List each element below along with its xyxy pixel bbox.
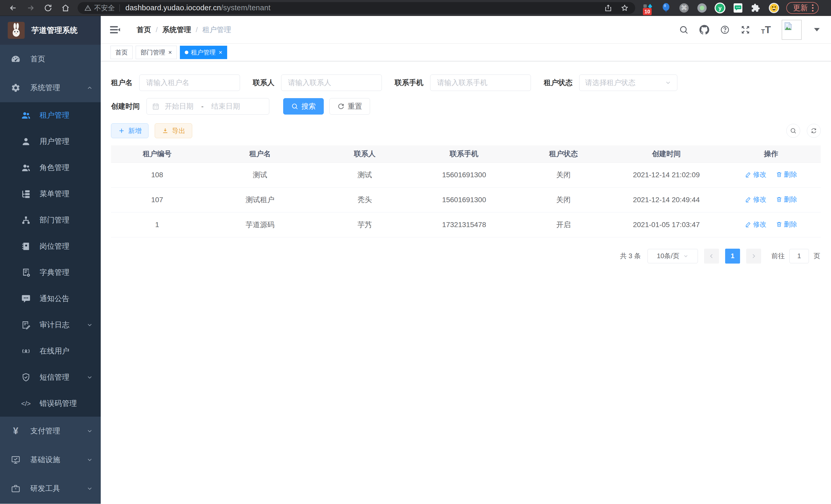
app-logo-row[interactable]: 芋道管理系统	[0, 16, 101, 45]
edit-link[interactable]: 修改	[745, 195, 767, 204]
tab-tenant[interactable]: 租户管理 ×	[180, 46, 227, 59]
extension-y-icon[interactable]: y	[714, 2, 726, 13]
search-button[interactable]: 搜索	[283, 98, 324, 115]
sidebar-item-dict[interactable]: 字典管理	[0, 260, 101, 286]
browser-address-bar[interactable]: 不安全 dashboard.yudao.iocoder.cn/system/te…	[78, 2, 635, 14]
sidebar-item-home[interactable]: 首页	[0, 45, 101, 73]
sidebar-item-post[interactable]: 岗位管理	[0, 233, 101, 260]
edit-link[interactable]: 修改	[745, 220, 767, 229]
status-select[interactable]: 请选择租户状态	[579, 75, 677, 91]
sidebar-item-payment[interactable]: ¥ 支付管理	[0, 417, 101, 445]
browser-menu-icon[interactable]	[812, 4, 813, 11]
sidebar-item-role[interactable]: 角色管理	[0, 155, 101, 181]
browser-update-button[interactable]: 更新	[786, 2, 819, 14]
breadcrumb-home[interactable]: 首页	[137, 25, 151, 35]
browser-forward-icon[interactable]	[26, 4, 35, 12]
tab-active-dot	[185, 51, 188, 54]
sidebar-item-menu[interactable]: 菜单管理	[0, 181, 101, 207]
page-url[interactable]: dashboard.yudao.iocoder.cn/system/tenant	[125, 4, 270, 12]
broken-image-icon	[783, 21, 793, 31]
sidebar-item-label: 基础设施	[30, 455, 60, 465]
sidebar-item-tenant[interactable]: 租户管理	[0, 102, 101, 128]
not-secure-label[interactable]: 不安全	[94, 3, 115, 12]
delete-link[interactable]: 删除	[776, 170, 797, 179]
show-search-toggle-button[interactable]	[786, 124, 800, 138]
sidebar-item-infrastructure[interactable]: 基础设施	[0, 445, 101, 474]
column-header-tenant-id: 租户编号	[111, 145, 203, 162]
svg-text:y: y	[718, 5, 722, 11]
font-size-icon[interactable]: TT	[761, 25, 771, 35]
share-icon[interactable]	[604, 4, 612, 12]
browser-reload-icon[interactable]	[44, 4, 52, 12]
refresh-table-button[interactable]	[807, 124, 821, 138]
extension-badge: 10	[643, 8, 652, 15]
sidebar-item-sms[interactable]: 短信管理	[0, 364, 101, 390]
extension-command-icon[interactable]: ⌘	[678, 2, 690, 13]
tab-dept[interactable]: 部门管理 ×	[136, 46, 177, 59]
breadcrumb-system[interactable]: 系统管理	[163, 25, 191, 35]
extension-balloon-icon[interactable]	[660, 2, 672, 13]
breadcrumb-separator: /	[196, 26, 198, 34]
chevron-down-icon	[683, 253, 689, 259]
github-icon[interactable]	[699, 25, 709, 35]
extension-chat-icon[interactable]	[732, 2, 744, 13]
browser-chrome: 不安全 dashboard.yudao.iocoder.cn/system/te…	[0, 0, 831, 16]
date-separator: -	[201, 102, 203, 111]
pagination-total: 共 3 条	[620, 251, 641, 261]
extension-recorder-icon[interactable]	[696, 2, 708, 13]
profile-avatar-icon[interactable]	[768, 2, 780, 13]
screen: 不安全 dashboard.yudao.iocoder.cn/system/te…	[0, 0, 831, 504]
edit-link[interactable]: 修改	[745, 170, 767, 179]
create-time-range-picker[interactable]: 开始日期 - 结束日期	[146, 98, 269, 115]
close-tab-icon[interactable]: ×	[168, 49, 172, 56]
browser-back-icon[interactable]	[9, 4, 18, 12]
help-icon[interactable]	[720, 25, 730, 35]
org-chart-icon	[21, 215, 31, 225]
table-row: 107 测试租户 秃头 15601691300 关闭 2021-12-14 20…	[111, 187, 821, 212]
omnibox-divider	[119, 4, 120, 11]
page-unit-label: 页	[813, 251, 820, 261]
contact-input[interactable]	[281, 75, 382, 91]
next-page-button[interactable]	[746, 249, 761, 264]
search-icon[interactable]	[679, 25, 689, 35]
breadcrumb: 首页 / 系统管理 / 租户管理	[137, 25, 231, 35]
hamburger-icon[interactable]	[109, 24, 121, 36]
extensions-puzzle-icon[interactable]	[750, 2, 762, 13]
tab-home[interactable]: 首页	[111, 46, 133, 59]
not-secure-icon	[84, 4, 91, 11]
tenant-name-input[interactable]	[139, 75, 240, 91]
fullscreen-icon[interactable]	[741, 25, 750, 35]
column-header-contact: 联系人	[317, 145, 413, 162]
url-path: /system/tenant	[221, 4, 270, 12]
extension-tampermonkey-icon[interactable]: 10	[642, 2, 654, 13]
sidebar-item-notice[interactable]: 通知公告	[0, 286, 101, 312]
delete-link[interactable]: 删除	[776, 195, 797, 204]
avatar-caret-icon[interactable]	[814, 28, 820, 31]
export-button[interactable]: 导出	[155, 123, 192, 138]
page-number-button[interactable]: 1	[725, 249, 740, 264]
reset-button[interactable]: 重置	[329, 98, 370, 115]
sidebar-item-error-code[interactable]: </> 错误码管理	[0, 390, 101, 417]
avatar[interactable]	[782, 20, 802, 40]
sidebar-item-dev-tools[interactable]: 研发工具	[0, 474, 101, 503]
trash-icon	[776, 196, 782, 203]
sidebar-item-audit-log[interactable]: 审计日志	[0, 312, 101, 338]
page-size-select[interactable]: 10条/页	[648, 249, 698, 263]
search-button-label: 搜索	[302, 101, 316, 111]
add-button[interactable]: 新增	[111, 123, 148, 138]
delete-link[interactable]: 删除	[776, 220, 797, 229]
sidebar-item-dept[interactable]: 部门管理	[0, 207, 101, 233]
tab-label: 首页	[115, 48, 128, 57]
mobile-input[interactable]	[430, 75, 531, 91]
close-tab-icon[interactable]: ×	[219, 49, 222, 56]
goto-label: 前往	[771, 251, 785, 261]
bookmark-star-icon[interactable]	[621, 4, 629, 12]
sidebar-item-online-users[interactable]: 在线用户	[0, 338, 101, 364]
sidebar-item-system[interactable]: 系统管理	[0, 73, 101, 102]
shield-check-icon	[21, 373, 31, 382]
browser-home-icon[interactable]	[61, 4, 70, 12]
column-header-tenant-name: 租户名	[203, 145, 317, 162]
sidebar-item-user[interactable]: 用户管理	[0, 128, 101, 155]
goto-page-input[interactable]	[790, 249, 809, 263]
prev-page-button[interactable]	[704, 249, 719, 264]
